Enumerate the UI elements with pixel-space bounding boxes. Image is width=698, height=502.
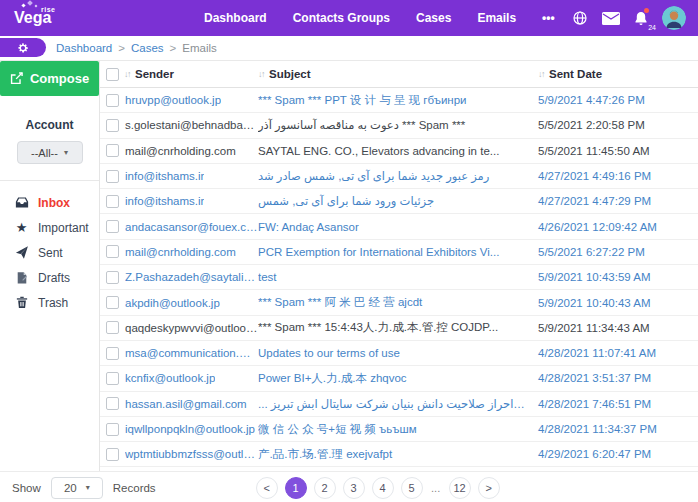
nav-emails[interactable]: Emails (477, 11, 516, 25)
pagination-page-4[interactable]: 4 (372, 477, 394, 499)
sidebar-item-important[interactable]: ★ Important (0, 215, 99, 240)
email-sender[interactable]: iqwllponpqkln@outlook.jp (125, 423, 255, 435)
email-subject[interactable]: دعوت به مناقصه آسانسور آذر *** Spam *** (258, 118, 538, 132)
email-subject[interactable]: *** Spam *** 阿 米 巴 经 营 ajcdt (258, 295, 538, 310)
sort-icon[interactable]: ↓↑ (124, 69, 130, 79)
email-row[interactable]: mail@cnrholding.com SAYTAL ENG. CO., Ele… (100, 139, 698, 164)
email-subject[interactable]: SAYTAL ENG. CO., Elevators advancing in … (258, 145, 538, 157)
email-subject[interactable]: FW: Andaç Asansor (258, 221, 538, 233)
email-sender[interactable]: Z.Pashazadeh@saytalish.com (125, 271, 258, 283)
email-row[interactable]: s.golestani@behnadbana.ir دعوت به مناقصه… (100, 113, 698, 138)
email-sender[interactable]: info@itshams.ir (125, 170, 204, 182)
column-header-subject[interactable]: ↓↑ Subject (258, 68, 538, 80)
sidebar-item-sent[interactable]: Sent (0, 240, 99, 265)
sidebar-item-trash[interactable]: Trash (0, 290, 99, 315)
email-sender[interactable]: hruvpp@outlook.jp (125, 94, 221, 106)
pagination-page-1[interactable]: 1 (285, 477, 307, 499)
row-checkbox[interactable] (106, 271, 119, 284)
email-sender[interactable]: mail@cnrholding.com (125, 246, 236, 258)
email-subject[interactable]: PCR Exemption for International Exhibito… (258, 246, 538, 258)
nav-cases[interactable]: Cases (416, 11, 451, 25)
pagination-page-3[interactable]: 3 (343, 477, 365, 499)
column-header-sender[interactable]: ↓↑ Sender (100, 68, 258, 81)
email-row[interactable]: info@itshams.ir جزئیات ورود شما برای آی … (100, 189, 698, 214)
email-row[interactable]: mail@cnrholding.com PCR Exemption for In… (100, 240, 698, 265)
email-subject[interactable]: Updates to our terms of use (258, 347, 538, 359)
email-subject[interactable]: 产.品.市.场.管.理 exejvafpt (258, 447, 538, 462)
email-row[interactable]: andacasansor@fouex.com FW: Andaç Asansor… (100, 214, 698, 239)
email-row[interactable]: info@itshams.ir رمز عبور جدید شما برای آ… (100, 164, 698, 189)
email-sender[interactable]: kcnfix@outlook.jp (125, 372, 215, 384)
breadcrumb-cases[interactable]: Cases (131, 42, 164, 54)
row-checkbox[interactable] (106, 347, 119, 360)
email-subject[interactable]: test (258, 271, 538, 283)
email-row[interactable]: mail@95.id.3 高效仓储管理与工厂内物料配送 4/29/2021 11… (100, 467, 698, 471)
sidebar-item-drafts[interactable]: Drafts (0, 265, 99, 290)
email-subject[interactable]: Power BI+人.力.成.本 zhqvoc (258, 371, 538, 386)
pagination-page-12[interactable]: 12 (449, 477, 471, 499)
email-sent-date: 4/26/2021 12:09:42 AM (538, 221, 698, 233)
breadcrumb-separator: > (170, 42, 177, 54)
email-row[interactable]: wptmtiubbmzfsss@outlook.jp 产.品.市.场.管.理 e… (100, 442, 698, 467)
row-checkbox[interactable] (106, 144, 119, 157)
email-row[interactable]: hassan.asil@gmail.com ... ارزیابی, احراز… (100, 392, 698, 417)
email-row[interactable]: hruvpp@outlook.jp *** Spam *** PPT 设 计 与… (100, 88, 698, 113)
email-subject[interactable]: جزئیات ورود شما برای آی تی, شمس (258, 194, 538, 208)
email-row[interactable]: Z.Pashazadeh@saytalish.com test 5/9/2021… (100, 265, 698, 290)
nav-more-menu[interactable]: ••• (542, 11, 555, 25)
account-select[interactable]: --All-- ▾ (17, 141, 83, 164)
email-subject[interactable]: *** Spam *** 15:4:43人.力.成.本.管.控 COJDP... (258, 320, 538, 335)
sort-icon[interactable]: ↓↑ (258, 69, 264, 79)
mail-icon[interactable] (602, 12, 620, 25)
email-sender[interactable]: hassan.asil@gmail.com (125, 398, 247, 410)
vega-logo[interactable]: rise Vega (14, 9, 84, 27)
email-row[interactable]: iqwllponpqkln@outlook.jp 微 信 公 众 号+短 视 频… (100, 417, 698, 442)
row-checkbox[interactable] (106, 220, 119, 233)
email-sender[interactable]: s.golestani@behnadbana.ir (125, 119, 258, 131)
sort-icon[interactable]: ↓↑ (538, 69, 544, 79)
email-subject[interactable]: ... ارزیابی, احراز صلاحیت دانش بنیان شرک… (258, 397, 538, 411)
row-checkbox[interactable] (106, 170, 119, 183)
email-sender[interactable]: akpdih@outlook.jp (125, 297, 220, 309)
row-checkbox[interactable] (106, 94, 119, 107)
select-all-checkbox[interactable] (106, 68, 119, 81)
email-row[interactable]: akpdih@outlook.jp *** Spam *** 阿 米 巴 经 营… (100, 290, 698, 315)
email-sender[interactable]: info@itshams.ir (125, 195, 204, 207)
row-checkbox[interactable] (106, 423, 119, 436)
email-row[interactable]: qaqdeskypwvvi@outlook.jp *** Spam *** 15… (100, 316, 698, 341)
nav-contacts-groups[interactable]: Contacts Groups (293, 11, 390, 25)
email-subject[interactable]: رمز عبور جدید شما برای آی تی, شمس صادر ش… (258, 169, 538, 183)
email-sender[interactable]: andacasansor@fouex.com (125, 221, 258, 233)
pagination-next[interactable]: > (478, 477, 500, 499)
row-checkbox[interactable] (106, 245, 119, 258)
row-checkbox[interactable] (106, 321, 119, 334)
email-subject[interactable]: 微 信 公 众 号+短 视 频 ъьъшм (258, 422, 538, 437)
email-row[interactable]: kcnfix@outlook.jp Power BI+人.力.成.本 zhqvo… (100, 366, 698, 391)
compose-button[interactable]: Compose (0, 61, 99, 96)
row-checkbox[interactable] (106, 448, 119, 461)
row-checkbox[interactable] (106, 397, 119, 410)
settings-gear-button[interactable] (0, 38, 46, 57)
pagination-page-5[interactable]: 5 (401, 477, 423, 499)
bell-icon[interactable]: 24 (634, 11, 648, 26)
row-checkbox[interactable] (106, 372, 119, 385)
nav-dashboard[interactable]: Dashboard (204, 11, 267, 25)
pagination-page-2[interactable]: 2 (314, 477, 336, 499)
email-sender[interactable]: wptmtiubbmzfsss@outlook.jp (125, 448, 258, 460)
email-subject[interactable]: *** Spam *** PPT 设 计 与 呈 现 гбъинри (258, 93, 538, 108)
email-sender[interactable]: mail@cnrholding.com (125, 145, 236, 157)
column-header-sent-date[interactable]: ↓↑ Sent Date (538, 68, 698, 80)
email-row[interactable]: msa@communication.micros... Updates to o… (100, 341, 698, 366)
page-size-select[interactable]: 20 ▾ (51, 477, 103, 499)
row-checkbox[interactable] (106, 119, 119, 132)
user-avatar[interactable] (662, 6, 686, 30)
email-sender[interactable]: qaqdeskypwvvi@outlook.jp (125, 322, 258, 334)
email-sender[interactable]: msa@communication.micros... (125, 347, 258, 359)
email-sent-date: 5/9/2021 10:43:59 AM (538, 271, 698, 283)
sidebar-item-inbox[interactable]: Inbox (0, 190, 99, 215)
pagination-prev[interactable]: < (256, 477, 278, 499)
row-checkbox[interactable] (106, 195, 119, 208)
globe-icon[interactable] (572, 10, 588, 26)
row-checkbox[interactable] (106, 296, 119, 309)
breadcrumb-dashboard[interactable]: Dashboard (56, 42, 112, 54)
